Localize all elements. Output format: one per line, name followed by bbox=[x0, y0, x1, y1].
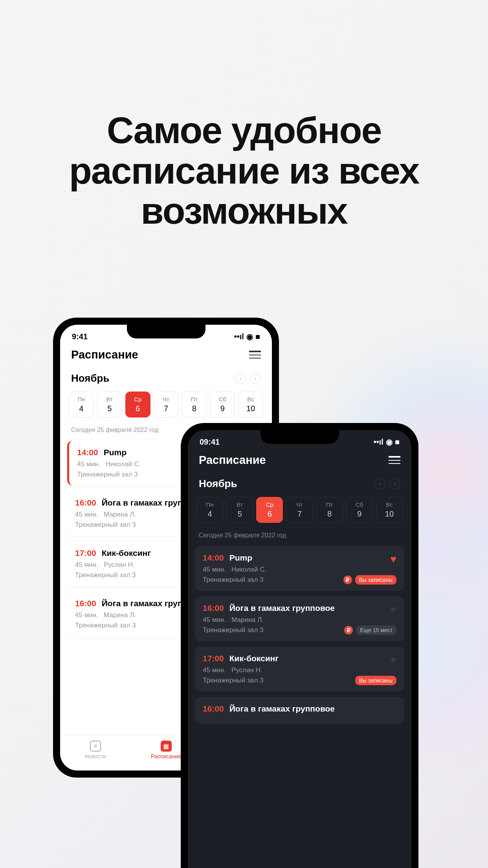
day-button[interactable]: Сб9 bbox=[346, 497, 373, 523]
day-label: Пн bbox=[198, 501, 221, 508]
prev-month-button[interactable]: ‹ bbox=[374, 478, 385, 489]
status-badge: Вы записаны bbox=[355, 676, 396, 685]
month-nav: ‹ › bbox=[374, 478, 400, 489]
heart-icon[interactable]: ♥ bbox=[391, 553, 396, 565]
day-number: 10 bbox=[378, 509, 401, 519]
event-trainer: Марина Л. bbox=[104, 511, 136, 519]
event-trainer: Руслан Н. bbox=[104, 561, 135, 569]
wifi-icon: ◉ bbox=[246, 332, 253, 341]
event-duration: 45 мин. bbox=[75, 611, 98, 619]
event-badges: ₽Вы записаны bbox=[343, 575, 396, 585]
day-label: Ср bbox=[127, 396, 149, 403]
month-row: Ноябрь ‹ › bbox=[188, 474, 411, 497]
event-time: 14:00 bbox=[203, 553, 224, 563]
event-title: Йога в гамаках груп bbox=[102, 498, 183, 508]
day-button[interactable]: Чт7 bbox=[154, 392, 179, 417]
event-title: Pump bbox=[104, 448, 127, 457]
event-duration: 45 мин. bbox=[75, 511, 98, 519]
tab-icon: ≡ bbox=[90, 741, 101, 752]
day-button[interactable]: Пн4 bbox=[69, 392, 94, 417]
day-label: Вс bbox=[378, 501, 401, 508]
status-badge: Вы записаны bbox=[355, 575, 396, 585]
event-time: 16:00 bbox=[75, 498, 96, 508]
event-card[interactable]: 16:00Йога в гамаках групповое bbox=[195, 697, 404, 724]
day-button[interactable]: Ср6 bbox=[256, 497, 283, 523]
signal-icon: ••ıl bbox=[374, 438, 383, 447]
ruble-icon: ₽ bbox=[343, 576, 352, 584]
prev-month-button[interactable]: ‹ bbox=[235, 373, 246, 384]
day-picker: Пн4Вт5Ср6Чт7Пт8Сб9Вс10 bbox=[188, 497, 411, 529]
events-list: 14:00Pump45 мин.Николай С.Тренажерный за… bbox=[188, 546, 411, 724]
event-time: 16:00 bbox=[203, 603, 224, 613]
day-number: 4 bbox=[71, 404, 92, 413]
event-time: 17:00 bbox=[203, 654, 224, 663]
day-button[interactable]: Вс10 bbox=[376, 497, 403, 523]
heart-icon[interactable]: ♥ bbox=[391, 603, 396, 616]
day-number: 6 bbox=[258, 509, 281, 519]
event-trainer: Марина Л. bbox=[231, 616, 264, 624]
event-badges: ₽Еще 15 мест bbox=[344, 625, 396, 635]
tab-Новости[interactable]: ≡Новости bbox=[60, 741, 131, 760]
day-button[interactable]: Чт7 bbox=[286, 497, 313, 523]
battery-icon: ■ bbox=[395, 438, 400, 447]
event-card[interactable]: 14:00Pump45 мин.Николай С.Тренажерный за… bbox=[195, 546, 404, 591]
day-number: 9 bbox=[212, 404, 233, 413]
event-card[interactable]: 17:00Кик-боксинг45 мин.Руслан Н.Тренажер… bbox=[195, 647, 404, 691]
event-badges: Вы записаны bbox=[355, 676, 396, 685]
day-number: 5 bbox=[228, 509, 251, 519]
event-card[interactable]: 16:00Йога в гамаках групповое45 мин.Мари… bbox=[195, 596, 404, 641]
day-button[interactable]: Пн4 bbox=[196, 497, 223, 523]
day-button[interactable]: Ср6 bbox=[125, 392, 150, 417]
event-duration: 45 мин. bbox=[203, 666, 226, 674]
status-icons: ••ıl ◉ ■ bbox=[234, 332, 260, 341]
event-duration: 45 мин. bbox=[203, 566, 226, 574]
filter-icon[interactable] bbox=[249, 351, 261, 359]
heart-icon[interactable]: ♥ bbox=[391, 654, 396, 666]
notch bbox=[261, 430, 339, 444]
day-button[interactable]: Вс10 bbox=[238, 392, 263, 417]
event-title: Pump bbox=[229, 553, 252, 563]
day-label: Вс bbox=[240, 396, 261, 403]
event-time: 16:00 bbox=[75, 599, 96, 608]
event-time: 16:00 bbox=[203, 704, 224, 714]
day-number: 4 bbox=[198, 509, 221, 519]
day-label: Вт bbox=[228, 501, 251, 508]
day-button[interactable]: Сб9 bbox=[210, 392, 235, 417]
status-badge: Еще 15 мест bbox=[356, 625, 396, 635]
event-time: 17:00 bbox=[75, 548, 96, 558]
day-picker: Пн4Вт5Ср6Чт7Пт8Сб9Вс10 bbox=[60, 392, 272, 423]
today-text: Сегодня 25 февраля 2022 год bbox=[188, 529, 411, 546]
filter-icon[interactable] bbox=[389, 456, 400, 465]
page-title: Расписание bbox=[71, 348, 138, 361]
event-duration: 45 мин. bbox=[75, 561, 98, 569]
day-button[interactable]: Пт8 bbox=[316, 497, 343, 523]
status-time: 9:41 bbox=[72, 332, 88, 341]
day-number: 7 bbox=[156, 404, 177, 413]
event-trainer: Руслан Н. bbox=[231, 666, 262, 674]
event-title: Йога в гамаках групповое bbox=[229, 704, 335, 714]
battery-icon: ■ bbox=[255, 332, 260, 341]
day-label: Пн bbox=[71, 396, 92, 403]
day-label: Пт bbox=[183, 396, 205, 403]
day-button[interactable]: Пт8 bbox=[182, 392, 207, 417]
event-duration: 45 мин. bbox=[203, 616, 226, 624]
tab-label: Новости bbox=[60, 753, 131, 760]
next-month-button[interactable]: › bbox=[389, 478, 400, 489]
day-label: Чт bbox=[156, 396, 177, 403]
day-label: Сб bbox=[212, 396, 233, 403]
day-label: Ср bbox=[258, 501, 281, 508]
next-month-button[interactable]: › bbox=[250, 373, 261, 384]
event-time: 14:00 bbox=[77, 448, 98, 457]
day-number: 5 bbox=[99, 404, 120, 413]
month-label: Ноябрь bbox=[199, 478, 237, 490]
event-title: Йога в гамаках груп bbox=[102, 599, 183, 608]
header: Расписание bbox=[188, 450, 411, 474]
status-icons: ••ıl ◉ ■ bbox=[374, 437, 400, 447]
day-button[interactable]: Вт5 bbox=[97, 392, 122, 417]
day-number: 10 bbox=[240, 404, 261, 413]
month-nav: ‹ › bbox=[235, 373, 261, 384]
page-title: Расписание bbox=[199, 454, 266, 467]
status-time: 09:41 bbox=[200, 438, 220, 447]
day-button[interactable]: Вт5 bbox=[226, 497, 253, 523]
tab-icon: ▦ bbox=[161, 741, 172, 752]
